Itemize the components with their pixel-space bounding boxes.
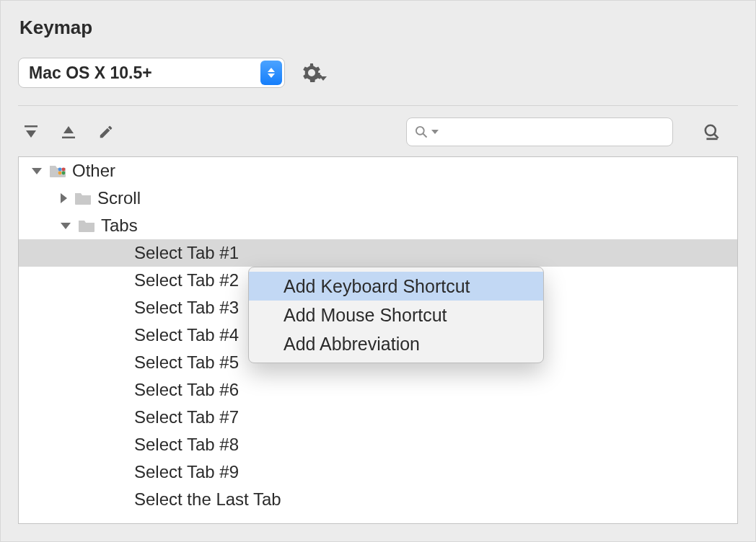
tree-leaf-label: Select Tab #1 bbox=[134, 243, 239, 263]
find-shortcut-icon bbox=[703, 123, 721, 141]
tree-leaf-select-tab-8[interactable]: Select Tab #8 bbox=[19, 431, 737, 458]
tree-leaf-label: Select Tab #5 bbox=[134, 352, 239, 373]
tree-node-scroll[interactable]: Scroll bbox=[19, 185, 737, 212]
tree-leaf-label: Select Tab #6 bbox=[134, 380, 239, 400]
chevron-right-icon bbox=[61, 193, 67, 203]
collapse-all-icon bbox=[60, 123, 77, 141]
tree-leaf-label: Select Tab #4 bbox=[134, 325, 239, 345]
svg-point-11 bbox=[62, 172, 66, 175]
svg-marker-3 bbox=[63, 126, 74, 133]
tree-leaf-label: Select Tab #8 bbox=[134, 435, 239, 455]
svg-point-12 bbox=[58, 168, 62, 172]
context-menu-item-label: Add Keyboard Shortcut bbox=[284, 276, 470, 297]
svg-point-13 bbox=[62, 168, 66, 172]
expand-all-button[interactable] bbox=[18, 119, 44, 145]
find-action-by-shortcut-button[interactable] bbox=[699, 119, 725, 145]
collapse-all-button[interactable] bbox=[56, 119, 82, 145]
tree-node-other[interactable]: Other bbox=[19, 157, 737, 185]
scheme-select-value: Mac OS X 10.5+ bbox=[29, 63, 152, 83]
context-menu-item-label: Add Abbreviation bbox=[284, 334, 420, 355]
search-icon bbox=[414, 125, 428, 139]
tree-node-tabs[interactable]: Tabs bbox=[19, 212, 737, 239]
context-menu-item-add-mouse-shortcut[interactable]: Add Mouse Shortcut bbox=[249, 301, 543, 329]
folder-icon bbox=[74, 191, 92, 205]
tree-leaf-select-tab-9[interactable]: Select Tab #9 bbox=[19, 458, 737, 486]
search-field[interactable] bbox=[406, 117, 673, 146]
tree-node-label: Scroll bbox=[97, 188, 141, 208]
svg-marker-2 bbox=[26, 130, 36, 138]
search-input[interactable] bbox=[441, 123, 665, 141]
context-menu-item-add-abbreviation[interactable]: Add Abbreviation bbox=[249, 329, 543, 358]
divider bbox=[18, 105, 738, 106]
chevron-down-icon bbox=[61, 223, 71, 229]
tree-leaf-label: Select Tab #9 bbox=[134, 462, 239, 482]
tree-node-label: Other bbox=[72, 161, 115, 181]
expand-all-icon bbox=[22, 123, 40, 141]
settings-button[interactable] bbox=[301, 60, 327, 86]
dropdown-caret-icon bbox=[320, 75, 327, 82]
svg-rect-1 bbox=[25, 125, 38, 128]
svg-rect-4 bbox=[62, 137, 75, 139]
tree-leaf-select-tab-1[interactable]: Select Tab #1 bbox=[19, 239, 737, 267]
tree-leaf-select-tab-7[interactable]: Select Tab #7 bbox=[19, 404, 737, 431]
svg-point-5 bbox=[416, 127, 424, 135]
folder-icon bbox=[78, 218, 95, 233]
tree-leaf-label: Select Tab #2 bbox=[134, 270, 239, 290]
tree-leaf-label: Select Tab #7 bbox=[134, 407, 239, 427]
svg-line-9 bbox=[714, 134, 718, 138]
svg-point-10 bbox=[58, 172, 62, 175]
scheme-row: Mac OS X 10.5+ bbox=[1, 45, 755, 105]
svg-marker-7 bbox=[431, 130, 439, 134]
tree-node-label: Tabs bbox=[101, 216, 138, 236]
svg-line-6 bbox=[423, 134, 427, 138]
svg-marker-0 bbox=[320, 76, 327, 81]
dropdown-caret-icon bbox=[431, 128, 439, 136]
edit-shortcut-button[interactable] bbox=[93, 119, 119, 145]
toolbar bbox=[1, 115, 755, 156]
actions-tree[interactable]: Other Scroll Tabs Select Tab #1 Select T… bbox=[18, 156, 738, 524]
tree-leaf-select-tab-6[interactable]: Select Tab #6 bbox=[19, 376, 737, 404]
page-title: Keymap bbox=[1, 1, 755, 45]
context-menu-item-label: Add Mouse Shortcut bbox=[284, 305, 447, 326]
updown-icon bbox=[260, 61, 282, 85]
context-menu: Add Keyboard Shortcut Add Mouse Shortcut… bbox=[248, 267, 544, 363]
tree-leaf-select-last-tab[interactable]: Select the Last Tab bbox=[19, 486, 737, 513]
pencil-icon bbox=[98, 124, 114, 140]
tree-leaf-label: Select the Last Tab bbox=[134, 489, 281, 510]
scheme-select[interactable]: Mac OS X 10.5+ bbox=[18, 58, 285, 88]
context-menu-item-add-keyboard-shortcut[interactable]: Add Keyboard Shortcut bbox=[249, 272, 543, 301]
tree-leaf-label: Select Tab #3 bbox=[134, 298, 239, 318]
chevron-down-icon bbox=[32, 168, 42, 174]
svg-point-8 bbox=[706, 125, 716, 136]
folder-color-icon bbox=[49, 164, 66, 178]
